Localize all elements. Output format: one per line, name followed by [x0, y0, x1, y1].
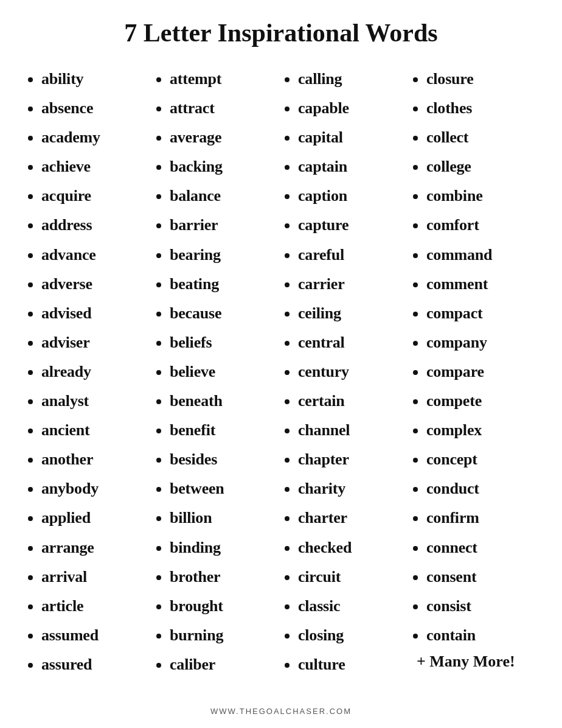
list-item: channel: [298, 416, 404, 445]
column-3: callingcapablecapitalcaptaincaptioncaptu…: [281, 65, 409, 697]
list-item: consist: [426, 592, 533, 621]
list-item: attract: [170, 94, 276, 123]
list-item: beating: [170, 270, 276, 299]
list-item: complex: [426, 416, 533, 445]
list-item: checked: [298, 533, 404, 562]
more-words-label: + Many More!: [414, 653, 533, 671]
list-item: already: [41, 357, 148, 387]
list-item: brought: [170, 592, 276, 621]
column-1: abilityabsenceacademyachieveacquireaddre…: [24, 65, 153, 697]
list-item: ceiling: [298, 299, 404, 328]
list-item: central: [298, 328, 404, 357]
word-columns: abilityabsenceacademyachieveacquireaddre…: [24, 65, 538, 697]
list-item: another: [41, 445, 148, 474]
list-item: closure: [426, 65, 533, 94]
list-item: caption: [298, 181, 404, 211]
list-item: combine: [426, 181, 533, 211]
list-item: arrival: [41, 562, 148, 592]
list-item: chapter: [298, 445, 404, 474]
list-item: conduct: [426, 474, 533, 503]
list-item: consent: [426, 562, 533, 592]
list-item: captain: [298, 152, 404, 181]
list-item: concept: [426, 445, 533, 474]
list-item: because: [170, 299, 276, 328]
list-item: adverse: [41, 270, 148, 299]
list-item: century: [298, 357, 404, 387]
page-title: 7 Letter Inspirational Words: [124, 18, 437, 47]
list-item: address: [41, 211, 148, 240]
list-item: ability: [41, 65, 148, 94]
list-item: charter: [298, 503, 404, 533]
list-item: culture: [298, 650, 404, 679]
list-item: besides: [170, 445, 276, 474]
list-item: contain: [426, 621, 533, 650]
list-item: believe: [170, 357, 276, 387]
list-item: careful: [298, 240, 404, 270]
list-item: binding: [170, 533, 276, 562]
list-item: comfort: [426, 211, 533, 240]
column-2: attemptattractaveragebackingbalancebarri…: [153, 65, 281, 697]
list-item: charity: [298, 474, 404, 503]
list-item: college: [426, 152, 533, 181]
list-item: connect: [426, 533, 533, 562]
list-item: beliefs: [170, 328, 276, 357]
list-item: circuit: [298, 562, 404, 592]
list-item: assumed: [41, 621, 148, 650]
list-item: clothes: [426, 94, 533, 123]
list-item: achieve: [41, 152, 148, 181]
list-item: company: [426, 328, 533, 357]
list-item: bearing: [170, 240, 276, 270]
list-item: balance: [170, 181, 276, 211]
list-item: beneath: [170, 387, 276, 416]
list-item: closing: [298, 621, 404, 650]
list-item: calling: [298, 65, 404, 94]
list-item: acquire: [41, 181, 148, 211]
list-item: billion: [170, 503, 276, 533]
list-item: collect: [426, 123, 533, 152]
list-item: caliber: [170, 650, 276, 679]
list-item: carrier: [298, 270, 404, 299]
list-item: between: [170, 474, 276, 503]
footer-url: WWW.THEGOALCHASER.COM: [210, 707, 352, 716]
list-item: brother: [170, 562, 276, 592]
list-item: advance: [41, 240, 148, 270]
list-item: capital: [298, 123, 404, 152]
list-item: compact: [426, 299, 533, 328]
list-item: advised: [41, 299, 148, 328]
list-item: attempt: [170, 65, 276, 94]
list-item: ancient: [41, 416, 148, 445]
list-item: benefit: [170, 416, 276, 445]
list-item: classic: [298, 592, 404, 621]
list-item: burning: [170, 621, 276, 650]
list-item: certain: [298, 387, 404, 416]
list-item: confirm: [426, 503, 533, 533]
list-item: compete: [426, 387, 533, 416]
list-item: assured: [41, 650, 148, 679]
list-item: comment: [426, 270, 533, 299]
list-item: adviser: [41, 328, 148, 357]
list-item: applied: [41, 503, 148, 533]
list-item: arrange: [41, 533, 148, 562]
list-item: average: [170, 123, 276, 152]
list-item: backing: [170, 152, 276, 181]
list-item: absence: [41, 94, 148, 123]
list-item: anybody: [41, 474, 148, 503]
list-item: command: [426, 240, 533, 270]
list-item: capable: [298, 94, 404, 123]
list-item: article: [41, 592, 148, 621]
list-item: capture: [298, 211, 404, 240]
column-4: closureclothescollectcollegecombinecomfo…: [409, 65, 538, 697]
list-item: barrier: [170, 211, 276, 240]
list-item: academy: [41, 123, 148, 152]
list-item: compare: [426, 357, 533, 387]
list-item: analyst: [41, 387, 148, 416]
